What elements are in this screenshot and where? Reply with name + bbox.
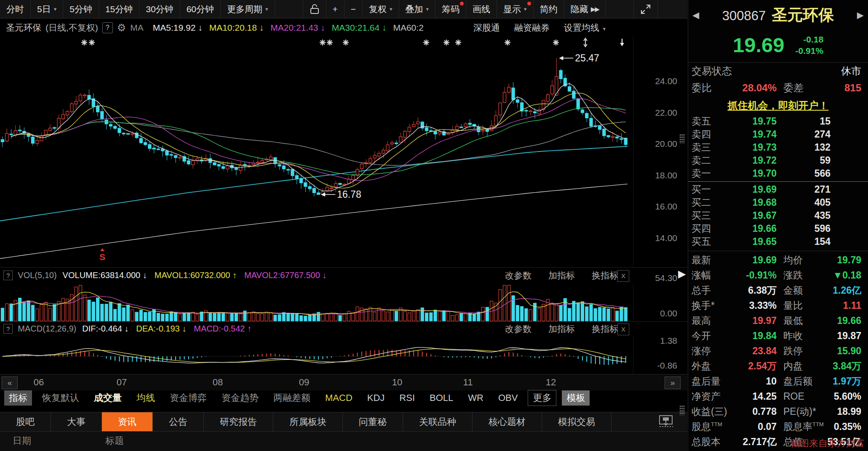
more-periods[interactable]: 更多周期▾ — [221, 0, 275, 18]
screenshot-tool-icon[interactable] — [659, 415, 675, 428]
volume-chart[interactable] — [0, 283, 687, 322]
nav-tab-所属板块[interactable]: 所属板块 — [273, 412, 343, 431]
ma-setting-button[interactable]: 设置均线 ▾ — [564, 22, 606, 34]
next-stock-button[interactable]: ▶ — [857, 10, 864, 20]
price-tick: 20.00 — [618, 138, 677, 149]
nav-tab-核心题材[interactable]: 核心题材 — [473, 412, 542, 431]
tab-5min[interactable]: 5分钟 — [63, 0, 99, 18]
price-block: 19.69 -0.18 -0.91% — [688, 28, 868, 62]
scroll-right-button[interactable]: » — [665, 377, 681, 389]
stat-label: PE(动)* — [783, 405, 825, 418]
stat-value: 0.35% — [825, 421, 861, 432]
stat-label: 量比 — [783, 299, 825, 312]
trade-status-label: 交易状态 — [692, 64, 732, 78]
indicator-tab-资金博弈[interactable]: 资金博弈 — [165, 390, 211, 406]
tab-5day[interactable]: 5日▾ — [31, 0, 63, 18]
indicator-tab-指标[interactable]: 指标 — [4, 390, 32, 406]
macd-close-icon[interactable]: X — [617, 324, 629, 335]
scroll-left-button[interactable]: « — [2, 377, 18, 389]
nav-tab-公告[interactable]: 公告 — [153, 412, 204, 431]
stat-value: ▼0.18 — [825, 270, 861, 281]
simple-button[interactable]: 简约 — [534, 0, 564, 18]
indicator-tab-成交量[interactable]: 成交量 — [89, 390, 126, 406]
stat-label: 净资产 — [692, 390, 734, 403]
hide-button-label: 隐藏 — [571, 3, 588, 15]
header-link[interactable]: 深股通 — [473, 22, 500, 34]
indicator-tab-资金趋势[interactable]: 资金趋势 — [217, 390, 263, 406]
tab-60min-label: 60分钟 — [187, 3, 214, 15]
zoom-in-button[interactable]: + — [326, 0, 345, 18]
tab-fenshi[interactable]: 分时 — [0, 0, 31, 18]
stat-label: 总股本 — [692, 435, 734, 448]
stat-row: 今开19.84昨收19.87 — [688, 328, 868, 343]
panel-link[interactable]: 换指标 — [592, 323, 618, 335]
stat-label: 换手* — [692, 299, 734, 312]
nav-tab-研究报告[interactable]: 研究报告 — [204, 412, 273, 431]
indicator-value: VOLUME:63814.000 ↓ — [63, 271, 147, 280]
bid-levels: 买一19.69271买二19.68405买三19.67435买四19.66596… — [688, 183, 868, 248]
macd-help-button[interactable]: ? — [3, 324, 13, 334]
help-button[interactable]: ? — [102, 22, 113, 33]
nav-tab-大事[interactable]: 大事 — [51, 412, 102, 431]
nav-tab-问董秘[interactable]: 问董秘 — [343, 412, 403, 431]
panel-link[interactable]: 改参数 — [505, 323, 531, 335]
zoom-out-button[interactable]: − — [345, 0, 363, 18]
price-change-pct: -0.91% — [796, 45, 824, 56]
draw-line-button[interactable]: 画线 — [466, 0, 497, 18]
splitter-handle[interactable] — [679, 405, 685, 415]
stat-value: 0.778 — [734, 406, 777, 417]
panel-link[interactable]: 加指标 — [548, 270, 575, 281]
chart-header-links: 深股通融资融券设置均线 ▾ — [473, 19, 609, 37]
panel-link[interactable]: 改参数 — [505, 270, 531, 281]
indicator-tab-WR[interactable]: WR — [463, 391, 488, 405]
nav-tab-资讯[interactable]: 资讯 — [102, 412, 153, 431]
orderbook-row: 卖二19.7259 — [688, 154, 868, 167]
chips-button-label: 筹码 — [442, 3, 459, 15]
indicator-tab-RSI[interactable]: RSI — [395, 391, 419, 405]
tab-15min[interactable]: 15分钟 — [99, 0, 139, 18]
lock-button[interactable] — [303, 0, 326, 18]
collapse-panel-arrow[interactable]: ▶ — [678, 268, 686, 280]
orderbook-row: 买五19.65154 — [688, 235, 868, 248]
indicator-tab-模板[interactable]: 模板 — [562, 390, 590, 406]
indicator-tab-KDJ[interactable]: KDJ — [363, 391, 390, 405]
chevron-down-icon: ▾ — [426, 6, 429, 12]
divider — [688, 251, 868, 251]
splitter-handle[interactable] — [679, 134, 685, 144]
panel-link[interactable]: 换指标 — [592, 270, 618, 281]
news-date-column: 日期 — [13, 432, 31, 450]
chips-button[interactable]: 筹码 — [435, 0, 466, 18]
orderbook-price: 19.72 — [732, 155, 777, 166]
stat-value: 6.38万 — [734, 284, 777, 297]
stat-value: 1.26亿 — [825, 284, 861, 297]
overlay-button[interactable]: 叠加▾ — [399, 0, 436, 18]
price-chart[interactable]: 25.4716.78S — [0, 37, 687, 267]
stat-value: 2.717亿 — [734, 435, 777, 448]
indicator-tab-恢复默认[interactable]: 恢复默认 — [37, 390, 84, 406]
fuquan-button[interactable]: 复权▾ — [363, 0, 399, 18]
hide-button[interactable]: 隐藏▶▶ — [564, 0, 606, 18]
nav-tab-关联品种[interactable]: 关联品种 — [403, 412, 473, 431]
tab-60min[interactable]: 60分钟 — [180, 0, 221, 18]
indicator-tab-MACD[interactable]: MACD — [320, 391, 357, 405]
stat-value: 2.54万 — [734, 360, 777, 373]
tab-30min[interactable]: 30分钟 — [139, 0, 180, 18]
indicator-tab-OBV[interactable]: OBV — [494, 391, 522, 405]
stats-grid: 最新19.69均价19.79涨幅-0.91%涨跌▼0.18总手6.38万金额1.… — [688, 252, 868, 449]
fullscreen-button[interactable] — [634, 0, 658, 18]
month-label: 09 — [299, 377, 309, 388]
panel-link[interactable]: 加指标 — [548, 323, 575, 335]
header-link[interactable]: 融资融券 — [514, 22, 550, 34]
indicator-tab-BOLL[interactable]: BOLL — [425, 391, 458, 405]
ad-banner[interactable]: 抓住机会，即刻开户！ — [688, 96, 868, 115]
indicator-tab-均线[interactable]: 均线 — [132, 390, 160, 406]
macd-chart[interactable] — [0, 336, 687, 374]
indicator-tab-两融差额[interactable]: 两融差额 — [269, 390, 315, 406]
nav-tab-股吧[interactable]: 股吧 — [0, 412, 51, 431]
prev-stock-button[interactable]: ◀ — [692, 10, 699, 20]
nav-tab-模拟交易[interactable]: 模拟交易 — [542, 412, 612, 431]
indicator-tab-更多[interactable]: 更多 — [528, 390, 556, 406]
display-button[interactable]: 显示▾ — [497, 0, 534, 18]
vol-help-button[interactable]: ? — [3, 271, 13, 280]
gear-icon[interactable]: ⚙ — [117, 22, 126, 34]
